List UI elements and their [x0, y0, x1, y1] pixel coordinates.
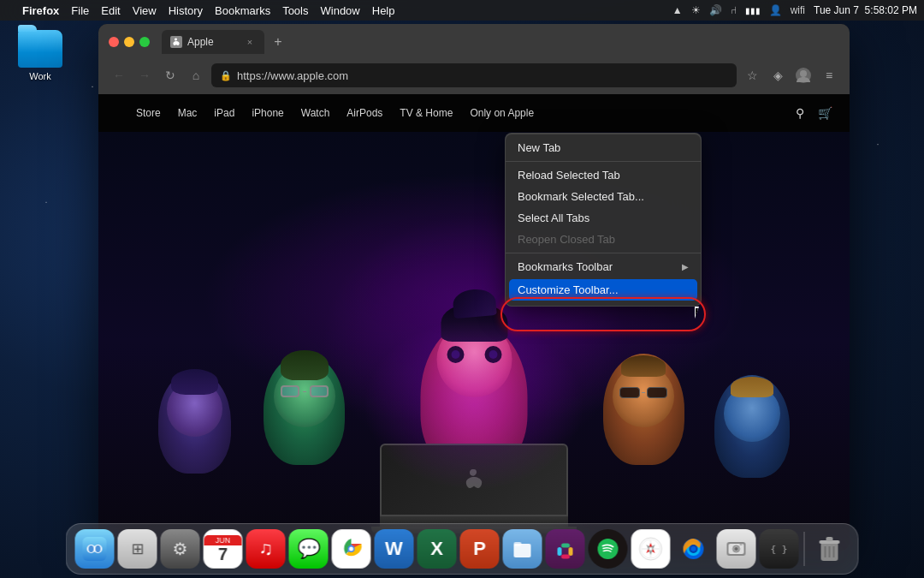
dock-icon-files[interactable] [503, 529, 542, 569]
menu-item-reload[interactable]: Reload Selected Tab [506, 164, 701, 186]
dock-icon-powerpoint[interactable]: P [460, 529, 500, 569]
menu-item-bookmark[interactable]: Bookmark Selected Tab... [506, 186, 701, 207]
dock-icon-spotify[interactable] [589, 529, 628, 569]
submenu-chevron: ▶ [682, 262, 689, 271]
back-button[interactable]: ← [109, 65, 129, 86]
menu-item-bookmarks-toolbar[interactable]: Bookmarks Toolbar ▶ [506, 256, 701, 277]
folder-icon [18, 30, 62, 68]
menubar-clock: Tue Jun 7 5:58:02 PM [814, 4, 917, 16]
menubar-wifi-icon[interactable]: wifi [791, 4, 805, 16]
menubar-battery-icon[interactable]: ▮▮▮ [745, 6, 761, 15]
dock-icon-word[interactable]: W [375, 529, 414, 569]
svg-point-6 [96, 545, 101, 552]
dock-icon-excel[interactable]: X [418, 529, 457, 569]
svg-point-17 [598, 539, 619, 559]
dock-icon-calendar[interactable]: JUN 7 [204, 529, 243, 569]
menu-file[interactable]: File [71, 4, 89, 17]
address-bar: ← → ↻ ⌂ 🔒 https://www.apple.com ☆ ◈ ≡ [98, 57, 850, 94]
menubar-user-icon[interactable]: 👤 [769, 4, 782, 16]
svg-point-32 [735, 547, 738, 551]
pocket-icon[interactable]: ◈ [767, 65, 788, 86]
menu-button[interactable]: ≡ [819, 65, 839, 86]
menu-help[interactable]: Help [372, 4, 395, 17]
dock-icon-chrome[interactable] [332, 529, 371, 569]
memoji-scene [98, 132, 850, 551]
dock-icon-scriptedit[interactable]: { } [760, 529, 799, 569]
home-button[interactable]: ⌂ [186, 65, 206, 86]
menu-bookmarks[interactable]: Bookmarks [215, 4, 270, 17]
menu-item-select-all[interactable]: Select All Tabs [506, 207, 701, 229]
url-bar[interactable]: 🔒 https://www.apple.com [211, 63, 737, 87]
profile-icon[interactable] [793, 65, 814, 86]
menu-edit[interactable]: Edit [101, 4, 120, 17]
menu-tools[interactable]: Tools [282, 4, 308, 17]
forward-button[interactable]: → [134, 65, 155, 86]
tab-bar: Apple × + [162, 30, 839, 54]
menu-separator-1 [506, 161, 701, 162]
memoji-char-left1 [264, 354, 345, 465]
menu-window[interactable]: Window [321, 4, 360, 17]
minimize-button[interactable] [124, 37, 134, 47]
menu-separator-2 [506, 253, 701, 253]
tab-title: Apple [187, 36, 239, 48]
new-tab-button[interactable]: + [268, 32, 288, 52]
apple-nav-only[interactable]: Only on Apple [470, 107, 534, 119]
svg-rect-36 [826, 537, 833, 541]
browser-tab-apple[interactable]: Apple × [162, 30, 264, 54]
apple-website-nav: Store Mac iPad iPhone Watch AirPods TV &… [98, 94, 850, 132]
memoji-char-right1 [603, 354, 684, 465]
apple-nav-airpods[interactable]: AirPods [346, 107, 382, 119]
reload-button[interactable]: ↻ [160, 65, 181, 86]
dock-icon-finder[interactable] [75, 529, 115, 569]
browser-chrome: Apple × + ← → ↻ ⌂ 🔒 https://www.apple.co… [98, 24, 850, 94]
menu-item-new-tab[interactable]: New Tab [506, 137, 701, 158]
memoji-char-right2 [714, 375, 790, 478]
dock-icon-music[interactable]: ♫ [246, 529, 286, 569]
svg-point-10 [349, 547, 353, 551]
dock-icon-safari[interactable] [631, 529, 671, 569]
menubar-bluetooth-icon[interactable]: ⑁ [731, 4, 737, 16]
maximize-button[interactable] [139, 37, 150, 47]
lock-icon: 🔒 [220, 70, 232, 81]
folder-label: Work [29, 71, 50, 81]
desktop: Firefox File Edit View History Bookmarks… [0, 0, 924, 578]
dock-icon-firefox[interactable] [674, 529, 714, 569]
svg-rect-33 [740, 544, 743, 545]
svg-point-28 [691, 546, 696, 551]
toolbar-icons: ☆ ◈ ≡ [742, 65, 839, 86]
apple-nav-search-icon[interactable]: ⚲ [796, 106, 804, 120]
svg-point-1 [800, 70, 807, 77]
menu-view[interactable]: View [133, 4, 157, 17]
star-icon[interactable]: ☆ [742, 65, 762, 86]
tab-close-button[interactable]: × [244, 36, 256, 48]
app-name[interactable]: Firefox [22, 4, 59, 17]
dock-icon-sysprefs[interactable]: ⚙ [161, 529, 200, 569]
dock-icon-slack[interactable] [546, 529, 585, 569]
apple-nav-ipad[interactable]: iPad [214, 107, 234, 119]
dock-icon-trash[interactable] [810, 529, 850, 569]
dock-icon-launchpad[interactable]: ⊞ [118, 529, 157, 569]
desktop-folder-work[interactable]: Work [10, 30, 70, 81]
close-button[interactable] [109, 37, 119, 47]
apple-nav-mac[interactable]: Mac [178, 107, 198, 119]
dock-separator [804, 532, 805, 566]
menubar-sound-icon[interactable]: 🔊 [709, 4, 722, 16]
apple-nav-watch[interactable]: Watch [301, 107, 330, 119]
apple-nav-bag-icon[interactable]: 🛒 [818, 106, 832, 120]
svg-rect-16 [561, 555, 570, 559]
menubar-brightness-icon[interactable]: ☀ [691, 4, 701, 16]
dock-icon-messages[interactable]: 💬 [289, 529, 329, 569]
menu-bar: Firefox File Edit View History Bookmarks… [0, 0, 924, 21]
menubar-dropbox-icon[interactable]: ▲ [672, 4, 683, 16]
menu-history[interactable]: History [169, 4, 203, 17]
tab-favicon [170, 36, 182, 48]
memoji-char-left2 [158, 371, 231, 474]
svg-rect-15 [569, 547, 573, 556]
menu-item-customize-toolbar[interactable]: Customize Toolbar... [509, 279, 697, 301]
apple-nav-store[interactable]: Store [136, 107, 161, 119]
dock-icon-imgcapture[interactable] [717, 529, 756, 569]
apple-nav-iphone[interactable]: iPhone [252, 107, 283, 119]
menu-item-reopen: Reopen Closed Tab [506, 229, 701, 250]
apple-nav-tv[interactable]: TV & Home [400, 107, 453, 119]
context-menu: New Tab Reload Selected Tab Bookmark Sel… [505, 133, 702, 307]
